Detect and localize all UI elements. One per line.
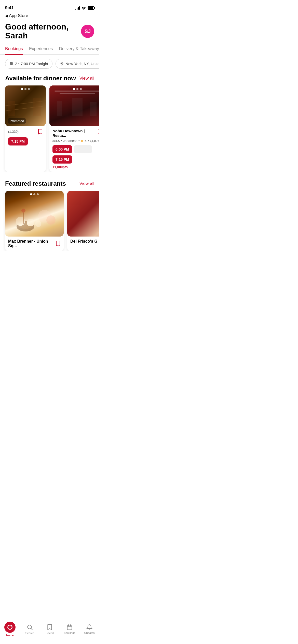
guests-icon: [9, 62, 13, 66]
nobu-cuisine: Japanese: [63, 139, 77, 143]
delfriscos-name-row: Del Frisco's G: [67, 237, 99, 247]
nobu-price: $$$$: [52, 139, 60, 143]
featured-section-header: Featured restaurants View all: [0, 178, 99, 191]
nobu-meta: $$$$ • Japanese • ★ 4.7 (4,878): [52, 139, 99, 143]
header: Good afternoon, Sarah SJ: [0, 20, 99, 44]
svg-rect-6: [55, 91, 99, 92]
promoted-badge: Promoted: [8, 118, 26, 124]
nobu-points: +1,000pts: [52, 165, 99, 169]
featured-card-delfriscos[interactable]: Del Frisco's G: [67, 191, 99, 251]
svg-point-16: [35, 221, 41, 227]
location-label: New York, NY, United States: [65, 62, 99, 66]
restaurant-cards-scroll: Promoted (1,339) 7:15 PM: [0, 85, 99, 172]
time-button-600[interactable]: 6:00 PM: [52, 145, 72, 153]
svg-rect-10: [72, 98, 83, 116]
guests-filter[interactable]: 2 • 7:00 PM Tonight: [5, 59, 52, 69]
status-bar: 9:41: [0, 0, 99, 12]
promoted-card-body: (1,339) 7:15 PM: [5, 126, 46, 149]
location-filter[interactable]: New York, NY, United States: [56, 59, 99, 69]
avatar[interactable]: SJ: [81, 25, 94, 38]
time-button-715b[interactable]: 7:15 PM: [52, 155, 72, 164]
nobu-card-name: Nobu Downtown | Resta...: [52, 129, 96, 138]
back-arrow-icon: ◀: [5, 14, 8, 18]
svg-rect-4: [8, 101, 15, 116]
status-time: 9:41: [5, 5, 14, 10]
delfriscos-name: Del Frisco's G: [70, 239, 99, 244]
maxbrenner-name: Max Brenner - Union Sq...: [8, 239, 54, 248]
featured-cards-scroll: Max Brenner - Union Sq... Del Frisco's G: [0, 191, 99, 251]
maxbrenner-name-row: Max Brenner - Union Sq...: [5, 237, 64, 251]
location-icon: [60, 62, 64, 66]
tab-experiences[interactable]: Experiences: [29, 44, 53, 54]
star-icon: ★: [80, 139, 84, 143]
battery-icon: [88, 6, 94, 10]
svg-rect-17: [23, 211, 24, 224]
time-button-715[interactable]: 7:15 PM: [8, 137, 28, 145]
bookmark-icon[interactable]: [38, 129, 43, 135]
guests-label: 2 • 7:00 PM Tonight: [15, 62, 48, 66]
greeting-text: Good afternoon, Sarah: [5, 22, 81, 40]
promoted-times: 7:15 PM: [8, 137, 43, 145]
maxbrenner-image: [5, 191, 64, 237]
featured-card-maxbrenner[interactable]: Max Brenner - Union Sq...: [5, 191, 64, 251]
promoted-review-count: (1,339): [8, 130, 19, 134]
nav-back[interactable]: ◀ App Store: [0, 12, 99, 20]
svg-rect-11: [90, 102, 97, 116]
main-tabs: Bookings Experiences Delivery & Takeaway: [0, 44, 99, 55]
svg-point-1: [61, 63, 62, 64]
time-button-empty[interactable]: [74, 145, 92, 153]
svg-rect-9: [57, 101, 62, 116]
nav-back-label: App Store: [9, 13, 28, 18]
nobu-times: 6:00 PM 7:15 PM: [52, 145, 99, 164]
wifi-icon: [82, 6, 86, 10]
promoted-card-image: Promoted: [5, 85, 46, 126]
delfriscos-image: [67, 191, 99, 237]
svg-point-0: [10, 62, 11, 64]
featured-section-title: Featured restaurants: [5, 180, 66, 187]
tab-delivery[interactable]: Delivery & Takeaway: [59, 44, 99, 54]
signal-icon: [75, 6, 80, 10]
nobu-reviews: (4,878): [90, 139, 99, 143]
nobu-bookmark-icon[interactable]: [97, 129, 99, 135]
status-icons: [75, 6, 94, 10]
nobu-card-body: Nobu Downtown | Resta... $$$$ • Japanese…: [49, 126, 99, 172]
available-section-title: Available for dinner now: [5, 75, 76, 82]
available-view-all[interactable]: View all: [79, 76, 94, 81]
svg-rect-5: [33, 98, 41, 116]
restaurant-card-nobu[interactable]: Nobu Downtown | Resta... $$$$ • Japanese…: [49, 85, 99, 172]
svg-point-15: [27, 219, 34, 226]
svg-point-20: [46, 215, 56, 225]
nobu-card-image: [49, 85, 99, 126]
maxbrenner-bookmark-icon[interactable]: [56, 241, 61, 247]
avatar-initials: SJ: [85, 28, 91, 34]
filter-row: 2 • 7:00 PM Tonight New York, NY, United…: [0, 55, 99, 73]
maxbrenner-dots: [30, 193, 39, 195]
featured-section: Featured restaurants View all: [0, 178, 99, 251]
card-dots: [21, 88, 30, 90]
featured-view-all[interactable]: View all: [79, 181, 94, 186]
tab-bookings[interactable]: Bookings: [5, 44, 23, 54]
available-section-header: Available for dinner now View all: [0, 73, 99, 85]
nobu-rating: 4.7: [85, 139, 89, 143]
svg-point-18: [21, 209, 25, 213]
nobu-card-dots: [73, 88, 82, 90]
restaurant-card-promoted[interactable]: Promoted (1,339) 7:15 PM: [5, 85, 46, 172]
svg-rect-7: [60, 93, 95, 94]
